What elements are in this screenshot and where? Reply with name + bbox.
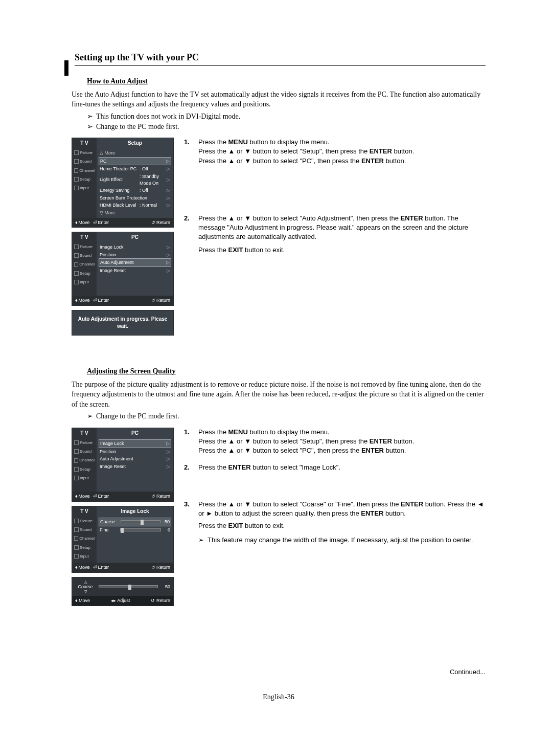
channel-icon bbox=[74, 168, 78, 173]
section1-notes: This function does not work in DVI-Digit… bbox=[87, 112, 486, 131]
sidebar-item-input[interactable]: Input bbox=[72, 184, 97, 192]
menu-row-hdmi-black[interactable]: HDMI Black Level: Normal▷ bbox=[99, 202, 171, 209]
step-line: Press the ▲ or ▼ button to select "Coars… bbox=[198, 500, 486, 518]
osd-header-tv: T V bbox=[72, 506, 97, 517]
osd-header-tv: T V bbox=[72, 428, 97, 438]
coarse-slider[interactable] bbox=[121, 520, 160, 523]
setup-icon bbox=[74, 467, 79, 472]
sidebar-item-picture[interactable]: Picture bbox=[72, 148, 97, 157]
picture-icon bbox=[74, 244, 79, 249]
menu-row-image-lock[interactable]: Image Lock▷ bbox=[99, 243, 171, 251]
step-line: Press the ▲ or ▼ button to select "Auto … bbox=[198, 214, 486, 242]
page-title: Setting up the TV with your PC bbox=[75, 51, 486, 66]
picture-icon bbox=[74, 519, 79, 523]
title-accent-bar bbox=[64, 60, 68, 76]
osd-sidebar: Picture Sound Channel Setup Input bbox=[72, 517, 97, 563]
osd-setup-menu: T V Setup Picture Sound Channel Setup In… bbox=[72, 138, 174, 228]
more-bot[interactable]: ▽ More bbox=[99, 209, 171, 217]
sidebar-item-channel[interactable]: Channel bbox=[72, 456, 97, 464]
sidebar-item-sound[interactable]: Sound bbox=[72, 251, 97, 260]
sound-icon bbox=[74, 253, 79, 258]
continued-label: Continued... bbox=[72, 668, 486, 677]
osd-coarse-adjust: Coarse 50 ♦ Move ◂▸ Adjust ↺ Return bbox=[72, 577, 174, 606]
more-top[interactable]: △ More bbox=[99, 149, 171, 157]
section1-para: Use the Auto Adjust function to have the… bbox=[72, 90, 486, 109]
step-line: Press the ENTER button to select "Image … bbox=[198, 463, 486, 472]
sidebar-item-picture[interactable]: Picture bbox=[72, 517, 97, 525]
osd-footer: ♦ Move ◂▸ Adjust ↺ Return bbox=[72, 596, 173, 606]
step-2b: 2. Press the ENTER button to select "Ima… bbox=[184, 463, 486, 472]
menu-row-auto-adjustment[interactable]: Auto Adjustment▷ bbox=[99, 258, 171, 267]
footer-enter: ⏎ Enter bbox=[93, 493, 109, 500]
sidebar-item-input[interactable]: Input bbox=[72, 552, 97, 561]
osd-header-tv: T V bbox=[72, 138, 97, 148]
section2-notes: Change to the PC mode first. bbox=[87, 411, 486, 421]
osd-header-title: PC bbox=[97, 232, 173, 242]
menu-row-energy-saving[interactable]: Energy Saving: Off▷ bbox=[99, 187, 171, 194]
footer-return: ↺ Return bbox=[151, 297, 170, 304]
footer-return: ↺ Return bbox=[151, 219, 170, 226]
osd-header-title: Image Lock bbox=[97, 506, 173, 517]
coarse-fullscreen-slider[interactable] bbox=[99, 585, 158, 588]
channel-icon bbox=[74, 458, 78, 463]
footer-adjust: ◂▸ Adjust bbox=[111, 597, 130, 604]
menu-row-auto-adjustment[interactable]: Auto Adjustment▷ bbox=[99, 455, 171, 463]
sidebar-item-channel[interactable]: Channel bbox=[72, 260, 97, 269]
sidebar-item-setup[interactable]: Setup bbox=[72, 269, 97, 278]
osd-pc-menu: T V PC Picture Sound Channel Setup Input… bbox=[72, 232, 174, 306]
osd-pc-menu-2: T V PC Picture Sound Channel Setup Input… bbox=[72, 428, 174, 502]
osd-header-title: PC bbox=[97, 428, 173, 438]
note-item: Change to the PC mode first. bbox=[87, 411, 486, 421]
sound-icon bbox=[74, 527, 79, 532]
coarse-value: 50 bbox=[161, 584, 170, 590]
setup-icon bbox=[74, 271, 79, 276]
osd-sidebar: Picture Sound Channel Setup Input bbox=[72, 148, 97, 217]
sidebar-item-sound[interactable]: Sound bbox=[72, 447, 97, 456]
step-number: 2. bbox=[184, 463, 193, 472]
osd-header-title: Setup bbox=[97, 138, 173, 148]
menu-row-pc[interactable]: PC▷ bbox=[99, 157, 171, 166]
osd-footer: ♦ Move ⏎ Enter ↺ Return bbox=[72, 218, 173, 228]
sidebar-item-input[interactable]: Input bbox=[72, 474, 97, 482]
menu-row-position[interactable]: Position▷ bbox=[99, 448, 171, 456]
menu-row-image-reset[interactable]: Image Reset▷ bbox=[99, 463, 171, 471]
menu-row-home-theater-pc[interactable]: Home Theater PC: Off▷ bbox=[99, 165, 171, 173]
step-line: Press the EXIT button to exit. bbox=[198, 521, 486, 530]
sidebar-item-sound[interactable]: Sound bbox=[72, 157, 97, 166]
slider-row-coarse[interactable]: Coarse 50 bbox=[99, 518, 171, 526]
step-line: Press the ▲ or ▼ button to select "Setup… bbox=[198, 437, 486, 446]
sidebar-item-sound[interactable]: Sound bbox=[72, 525, 97, 534]
step-number: 1. bbox=[184, 428, 193, 456]
menu-row-image-lock[interactable]: Image Lock▷ bbox=[99, 439, 171, 448]
sidebar-item-input[interactable]: Input bbox=[72, 278, 97, 286]
menu-row-image-reset[interactable]: Image Reset▷ bbox=[99, 267, 171, 275]
step-line: Press the MENU button to display the men… bbox=[198, 138, 486, 147]
sidebar-item-channel[interactable]: Channel bbox=[72, 534, 97, 543]
note-item: Change to the PC mode first. bbox=[87, 122, 486, 132]
sidebar-item-setup[interactable]: Setup bbox=[72, 175, 97, 184]
picture-icon bbox=[74, 440, 79, 445]
footer-return: ↺ Return bbox=[151, 564, 170, 571]
footer-enter: ⏎ Enter bbox=[93, 219, 109, 226]
footer-enter: ⏎ Enter bbox=[93, 297, 109, 304]
sidebar-item-channel[interactable]: Channel bbox=[72, 166, 97, 175]
input-icon bbox=[74, 186, 79, 190]
osd-sidebar: Picture Sound Channel Setup Input bbox=[72, 242, 97, 296]
sidebar-item-picture[interactable]: Picture bbox=[72, 438, 97, 447]
osd-sidebar: Picture Sound Channel Setup Input bbox=[72, 438, 97, 492]
footer-move: ♦ Move bbox=[75, 564, 90, 571]
step-number: 1. bbox=[184, 138, 193, 166]
menu-row-position[interactable]: Position▷ bbox=[99, 251, 171, 259]
footer-enter: ⏎ Enter bbox=[93, 564, 109, 571]
menu-row-light-effect[interactable]: Light Effect: Standby Mode On▷ bbox=[99, 173, 171, 187]
fine-slider[interactable] bbox=[120, 528, 161, 531]
subheading-auto-adjust: How to Auto Adjust bbox=[87, 76, 486, 86]
input-icon bbox=[74, 476, 79, 480]
slider-row-fine[interactable]: Fine 0 bbox=[99, 526, 171, 534]
coarse-label: Coarse bbox=[75, 580, 96, 594]
sidebar-item-setup[interactable]: Setup bbox=[72, 465, 97, 474]
menu-row-screen-burn[interactable]: Screen Burn Protection▷ bbox=[99, 194, 171, 202]
sidebar-item-setup[interactable]: Setup bbox=[72, 543, 97, 552]
step-line: Press the ▲ or ▼ button to select "PC", … bbox=[198, 446, 486, 455]
sidebar-item-picture[interactable]: Picture bbox=[72, 242, 97, 251]
